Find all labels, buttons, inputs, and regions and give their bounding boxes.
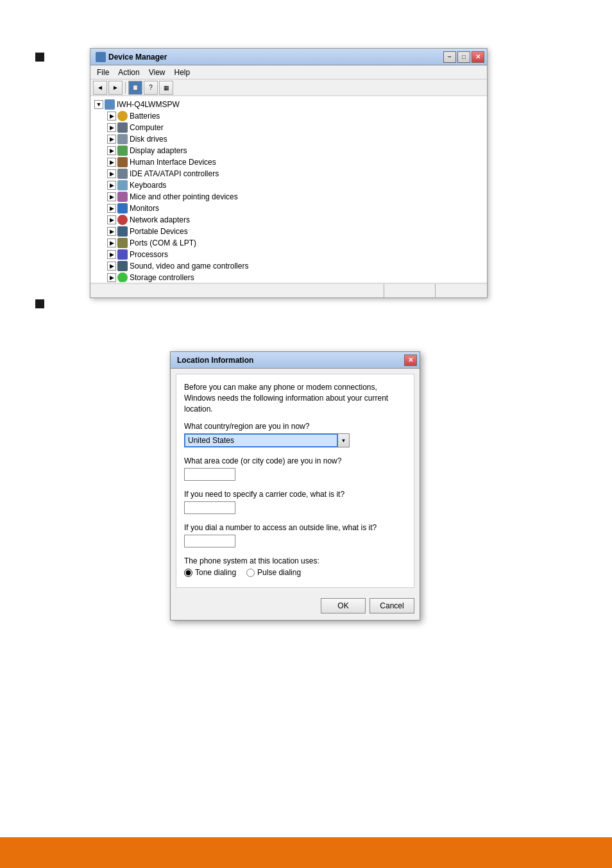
pulse-dialing-radio[interactable] <box>246 569 255 577</box>
display-icon <box>117 146 128 156</box>
expand-sound[interactable]: ▶ <box>107 262 116 271</box>
tone-dialing-option[interactable]: Tone dialing <box>184 568 236 577</box>
country-select-wrapper: United States ▼ <box>184 433 406 447</box>
dialog-body: Before you can make any phone or modem c… <box>176 374 414 588</box>
menu-bar: File Action View Help <box>90 65 487 79</box>
country-label: What country/region are you in now? <box>184 422 406 431</box>
back-button[interactable]: ◄ <box>93 81 107 95</box>
menu-view[interactable]: View <box>145 67 169 78</box>
tree-item-sound[interactable]: ▶ Sound, video and game controllers <box>106 260 484 272</box>
phone-system-label: The phone system at this location uses: <box>184 556 406 565</box>
tree-item-processors[interactable]: ▶ Processors <box>106 249 484 260</box>
outside-line-input[interactable] <box>184 535 235 547</box>
portable-icon <box>117 226 128 237</box>
window-controls: − □ ✕ <box>443 51 484 63</box>
ide-icon <box>117 169 128 179</box>
status-pane-2 <box>384 284 436 297</box>
bullet-marker-2 <box>35 299 44 308</box>
expand-root[interactable]: ▼ <box>94 100 103 109</box>
tree-item-storage[interactable]: ▶ Storage controllers <box>106 272 484 282</box>
status-pane-1 <box>90 284 384 297</box>
tree-item-monitors[interactable]: ▶ Monitors <box>106 203 484 214</box>
sound-icon <box>117 261 128 271</box>
expand-display[interactable]: ▶ <box>107 146 116 155</box>
menu-help[interactable]: Help <box>171 67 194 78</box>
expand-mice[interactable]: ▶ <box>107 192 116 201</box>
toolbar: ◄ ► 📋 ? ▦ <box>90 79 487 96</box>
ports-icon <box>117 238 128 248</box>
tree-item-mice[interactable]: ▶ Mice and other pointing devices <box>106 191 484 203</box>
tree-root-item[interactable]: ▼ IWH-Q4LWMSPW <box>93 99 484 110</box>
minimize-button[interactable]: − <box>443 51 456 63</box>
expand-batteries[interactable]: ▶ <box>107 112 116 121</box>
device-manager-window: Device Manager − □ ✕ File Action View He… <box>90 48 488 298</box>
dialog-footer: OK Cancel <box>171 593 420 620</box>
storage-icon <box>117 272 128 282</box>
dialog-close-button[interactable]: ✕ <box>404 355 417 366</box>
expand-keyboards[interactable]: ▶ <box>107 181 116 190</box>
hid-icon <box>117 157 128 167</box>
disk-drives-icon <box>117 134 128 144</box>
location-dialog: Location Information ✕ Before you can ma… <box>170 351 420 621</box>
tree-item-ports[interactable]: ▶ Ports (COM & LPT) <box>106 237 484 249</box>
country-select-display[interactable]: United States <box>184 433 338 447</box>
expand-hid[interactable]: ▶ <box>107 158 116 167</box>
carrier-code-input[interactable] <box>184 501 235 514</box>
expand-network[interactable]: ▶ <box>107 215 116 224</box>
action-button[interactable]: ▦ <box>159 81 173 95</box>
help-button[interactable]: ? <box>144 81 158 95</box>
tree-item-batteries[interactable]: ▶ Batteries <box>106 110 484 122</box>
dialog-titlebar: Location Information ✕ <box>171 352 420 369</box>
window-title: Device Manager <box>96 52 167 62</box>
tone-dialing-radio[interactable] <box>184 569 192 577</box>
device-tree: ▼ IWH-Q4LWMSPW ▶ Batteries ▶ Computer ▶ <box>93 99 484 282</box>
area-code-label: What area code (or city code) are you in… <box>184 456 406 465</box>
toolbar-separator-1 <box>125 82 126 94</box>
expand-monitors[interactable]: ▶ <box>107 204 116 213</box>
device-tree-content[interactable]: ▼ IWH-Q4LWMSPW ▶ Batteries ▶ Computer ▶ <box>90 96 487 282</box>
menu-file[interactable]: File <box>93 67 113 78</box>
expand-ide[interactable]: ▶ <box>107 169 116 178</box>
mice-icon <box>117 192 128 202</box>
expand-storage[interactable]: ▶ <box>107 273 116 282</box>
batteries-icon <box>117 111 128 121</box>
network-icon <box>117 215 128 225</box>
tree-item-ide[interactable]: ▶ IDE ATA/ATAPI controllers <box>106 168 484 179</box>
tree-item-hid[interactable]: ▶ Human Interface Devices <box>106 156 484 168</box>
properties-button[interactable]: 📋 <box>128 81 142 95</box>
bullet-marker-1 <box>35 53 44 62</box>
computer-icon-2 <box>117 122 128 133</box>
close-window-button[interactable]: ✕ <box>472 51 484 63</box>
expand-portable[interactable]: ▶ <box>107 227 116 236</box>
device-manager-icon <box>96 52 106 62</box>
menu-action[interactable]: Action <box>114 67 143 78</box>
area-code-input[interactable] <box>184 468 235 481</box>
device-tree-children: ▶ Batteries ▶ Computer ▶ Disk drives ▶ <box>93 110 484 282</box>
dialog-intro-text: Before you can make any phone or modem c… <box>184 382 406 414</box>
cancel-button[interactable]: Cancel <box>370 598 414 613</box>
pulse-dialing-option[interactable]: Pulse dialing <box>246 568 301 577</box>
dialing-type-group: Tone dialing Pulse dialing <box>184 568 406 577</box>
country-dropdown-arrow[interactable]: ▼ <box>338 433 350 447</box>
status-pane-3 <box>436 284 487 297</box>
status-bar <box>90 283 487 297</box>
tree-item-computer[interactable]: ▶ Computer <box>106 122 484 133</box>
restore-button[interactable]: □ <box>457 51 470 63</box>
processors-icon <box>117 249 128 260</box>
keyboards-icon <box>117 180 128 190</box>
forward-button[interactable]: ► <box>108 81 123 95</box>
window-titlebar: Device Manager − □ ✕ <box>90 49 487 65</box>
ok-button[interactable]: OK <box>321 598 366 613</box>
expand-ports[interactable]: ▶ <box>107 238 116 247</box>
tree-item-display[interactable]: ▶ Display adapters <box>106 145 484 156</box>
tree-item-network[interactable]: ▶ Network adapters <box>106 214 484 226</box>
tree-item-portable[interactable]: ▶ Portable Devices <box>106 226 484 237</box>
tree-item-keyboards[interactable]: ▶ Keyboards <box>106 179 484 191</box>
expand-computer[interactable]: ▶ <box>107 123 116 132</box>
tree-item-disk-drives[interactable]: ▶ Disk drives <box>106 133 484 145</box>
expand-disk-drives[interactable]: ▶ <box>107 135 116 144</box>
carrier-code-label: If you need to specify a carrier code, w… <box>184 490 406 499</box>
dialog-title: Location Information <box>177 356 253 365</box>
monitors-icon <box>117 203 128 213</box>
expand-processors[interactable]: ▶ <box>107 250 116 259</box>
